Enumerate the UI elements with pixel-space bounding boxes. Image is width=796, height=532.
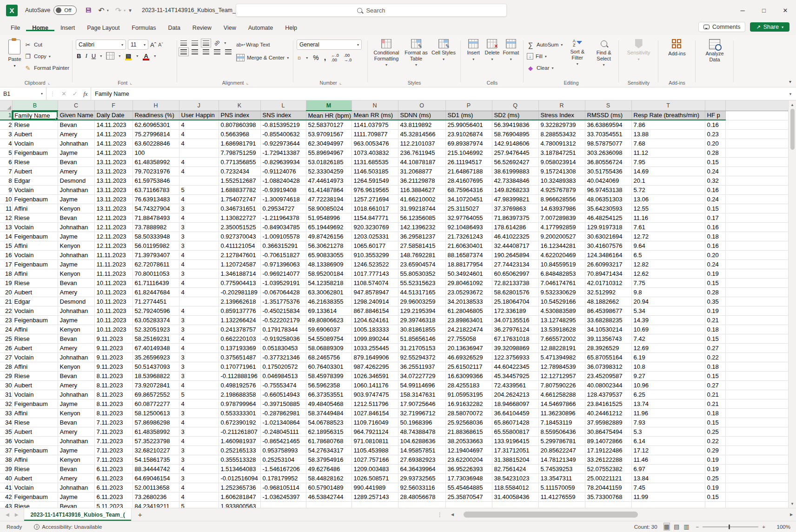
cell[interactable]: 31.40058436 xyxy=(492,492,538,501)
cell[interactable]: 41.66210002 xyxy=(398,194,445,204)
cell[interactable]: 0.24 xyxy=(705,259,725,269)
cell[interactable]: 971.0810811 xyxy=(352,436,398,446)
cell[interactable]: Affini xyxy=(12,362,58,371)
cell[interactable]: Riese xyxy=(12,157,58,166)
cell[interactable]: 0.051830453 xyxy=(260,343,306,352)
cell[interactable]: 30.86475494 xyxy=(585,427,631,436)
column-header-J[interactable]: J xyxy=(179,100,219,111)
cell[interactable]: 71.2774451 xyxy=(133,297,179,306)
cell[interactable]: 17.90725646 xyxy=(398,399,445,408)
cell[interactable]: 55.80530352 xyxy=(398,269,445,278)
cell[interactable]: 12.62 xyxy=(631,269,705,278)
cell[interactable]: 60.08772277 xyxy=(133,399,179,408)
row-header-27[interactable]: 27 xyxy=(0,352,12,362)
cell[interactable]: 1.513464083 xyxy=(219,464,260,473)
cell[interactable]: 61.71116439 xyxy=(133,278,179,287)
cell[interactable]: 57.86986298 xyxy=(133,418,179,427)
cell[interactable]: 1060.141176 xyxy=(352,380,398,390)
cell[interactable]: Johnathan xyxy=(58,390,94,399)
cell[interactable]: 11.12 xyxy=(631,148,705,157)
row-header-42[interactable]: 42 xyxy=(0,492,12,501)
cell[interactable]: 69.133614 xyxy=(306,306,352,315)
cell[interactable]: 45.32814566 xyxy=(398,129,445,139)
cell[interactable]: 12.12712957 xyxy=(538,371,585,380)
copy-button[interactable]: ❐Copy▾ xyxy=(24,52,69,61)
next-sheet-icon[interactable]: ▶ xyxy=(15,512,19,517)
cell[interactable]: 1246.523522 xyxy=(352,259,398,269)
cell[interactable]: -0.450215834 xyxy=(260,306,306,315)
cell[interactable]: 60.76403301 xyxy=(306,362,352,371)
cell[interactable]: 4 xyxy=(179,492,219,501)
cell[interactable]: 9.11.2023 xyxy=(94,343,133,352)
cell[interactable]: 5.34 xyxy=(631,306,705,315)
column-header-T[interactable]: T xyxy=(631,100,705,111)
cell-header-7[interactable]: Mean HR (bpm) xyxy=(306,111,352,120)
cell[interactable]: 0.179178344 xyxy=(260,325,306,334)
cell[interactable]: 7.798751259 xyxy=(219,148,260,157)
cell[interactable]: 14.95857851 xyxy=(398,446,445,455)
cell[interactable]: 54.74327904 xyxy=(133,204,179,213)
cell[interactable]: 9.8 xyxy=(631,287,705,297)
cell[interactable]: Johnathan xyxy=(58,222,94,232)
cell[interactable]: 82.7561424 xyxy=(492,464,538,473)
cell[interactable] xyxy=(179,297,219,306)
cell[interactable]: 56.39419836 xyxy=(492,120,538,129)
cell[interactable]: 20.1 xyxy=(631,176,705,185)
cell[interactable]: -0.849034785 xyxy=(260,222,306,232)
cell-header-3[interactable]: Readiness (%) xyxy=(133,111,179,120)
cell[interactable]: 1.688837782 xyxy=(219,185,260,194)
cell[interactable]: Jayme xyxy=(58,492,94,501)
cell-styles-button[interactable]: ✎ Cell Styles▾ xyxy=(431,38,457,61)
cell[interactable]: 63.71166783 xyxy=(133,185,179,194)
cell[interactable]: 879.1649906 xyxy=(352,352,398,362)
cell[interactable]: 0.22 xyxy=(705,436,725,446)
cell[interactable]: -0.211261807 xyxy=(219,427,260,436)
cell[interactable]: 7.665572002 xyxy=(538,334,585,343)
cell[interactable]: 17.12 xyxy=(631,446,705,455)
number-dialog-launcher-icon[interactable]: ⌞ xyxy=(339,80,342,85)
cell[interactable]: 69.86572552 xyxy=(133,390,179,399)
undo-dropdown-icon[interactable]: ▾ xyxy=(107,8,109,13)
cell[interactable]: 1073.403832 xyxy=(352,148,398,157)
cell[interactable]: 0.771356855 xyxy=(219,157,260,166)
cell[interactable]: 46.48254125 xyxy=(585,213,631,222)
cell[interactable]: 0.15 xyxy=(705,157,725,166)
cell[interactable]: 10.96 xyxy=(631,380,705,390)
zoom-in-icon[interactable]: + xyxy=(762,524,765,530)
cell[interactable]: Johnathan xyxy=(58,250,94,259)
redo-dropdown-icon[interactable]: ▾ xyxy=(124,8,126,13)
cell[interactable]: 53.01826185 xyxy=(306,157,352,166)
font-dialog-launcher-icon[interactable]: ⌞ xyxy=(130,80,132,85)
cell[interactable]: 36.07398312 xyxy=(585,362,631,371)
cell[interactable]: 53.97091567 xyxy=(306,129,352,139)
cell[interactable]: 25.00221121 xyxy=(585,473,631,483)
select-all-corner[interactable] xyxy=(0,100,12,111)
cell[interactable]: 6.848482853 xyxy=(538,269,585,278)
minimize-button[interactable]: ─ xyxy=(732,0,753,20)
vertical-scrollbar[interactable]: ▲ ▼ xyxy=(788,100,796,508)
cell[interactable]: 56.5962358 xyxy=(306,380,352,390)
cell[interactable]: 6.25 xyxy=(631,390,705,399)
row-header-1[interactable]: 1 xyxy=(0,111,12,120)
cell[interactable]: 14.69 xyxy=(631,166,705,176)
cell[interactable]: 0.15 xyxy=(705,418,725,427)
cell[interactable]: 4 xyxy=(179,157,219,166)
cell[interactable]: Riese xyxy=(12,278,58,287)
cell[interactable]: Kenyon xyxy=(58,408,94,418)
cell[interactable]: Feigenbaum xyxy=(12,315,58,325)
cell[interactable]: 58.50333948 xyxy=(133,232,179,241)
cell[interactable] xyxy=(445,501,492,508)
cell[interactable] xyxy=(179,176,219,185)
expand-formula-bar-icon[interactable]: ▾ xyxy=(785,87,796,100)
cell[interactable]: 30.41607576 xyxy=(585,241,631,250)
cell[interactable]: -0.012516094 xyxy=(219,473,260,483)
cell[interactable]: 1099.890244 xyxy=(352,334,398,343)
cell[interactable]: 0.16 xyxy=(705,120,725,129)
cell[interactable]: Feigenbaum xyxy=(12,492,58,501)
cell-header-11[interactable]: SD2 (ms) xyxy=(492,111,538,120)
cell[interactable]: 0.19 xyxy=(705,306,725,315)
cell[interactable]: 71.86397375 xyxy=(492,213,538,222)
cell[interactable]: 0.27 xyxy=(705,380,725,390)
cell[interactable]: 33.26122288 xyxy=(585,455,631,464)
cell[interactable]: 71.39793407 xyxy=(133,250,179,259)
